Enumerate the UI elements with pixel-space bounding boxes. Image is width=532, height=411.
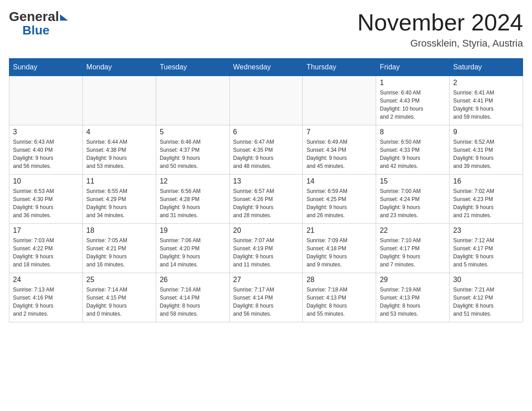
day-number: 29 (380, 276, 446, 284)
day-number: 4 (86, 128, 152, 136)
calendar-cell: 18Sunrise: 7:05 AM Sunset: 4:21 PM Dayli… (82, 224, 156, 273)
day-info: Sunrise: 6:55 AM Sunset: 4:29 PM Dayligh… (86, 187, 152, 219)
calendar-cell: 20Sunrise: 7:07 AM Sunset: 4:19 PM Dayli… (229, 224, 303, 273)
day-number: 9 (453, 128, 519, 136)
day-number: 24 (13, 276, 79, 284)
logo: General Blue (9, 9, 68, 37)
day-info: Sunrise: 7:18 AM Sunset: 4:13 PM Dayligh… (306, 286, 372, 318)
calendar-cell: 19Sunrise: 7:06 AM Sunset: 4:20 PM Dayli… (156, 224, 229, 273)
day-number: 23 (453, 227, 519, 235)
calendar-cell: 13Sunrise: 6:57 AM Sunset: 4:26 PM Dayli… (229, 175, 303, 224)
day-info: Sunrise: 7:05 AM Sunset: 4:21 PM Dayligh… (86, 236, 152, 269)
day-info: Sunrise: 6:47 AM Sunset: 4:35 PM Dayligh… (233, 138, 299, 170)
day-info: Sunrise: 7:16 AM Sunset: 4:14 PM Dayligh… (160, 286, 226, 318)
day-info: Sunrise: 6:53 AM Sunset: 4:30 PM Dayligh… (13, 187, 79, 219)
logo-general-text: General (9, 9, 59, 24)
day-number: 13 (233, 177, 299, 185)
day-info: Sunrise: 6:44 AM Sunset: 4:38 PM Dayligh… (86, 138, 152, 170)
day-info: Sunrise: 7:06 AM Sunset: 4:20 PM Dayligh… (160, 236, 226, 269)
calendar-cell: 17Sunrise: 7:03 AM Sunset: 4:22 PM Dayli… (9, 224, 83, 273)
day-info: Sunrise: 7:12 AM Sunset: 4:17 PM Dayligh… (453, 236, 519, 269)
calendar-cell: 3Sunrise: 6:43 AM Sunset: 4:40 PM Daylig… (9, 125, 83, 175)
day-number: 17 (13, 227, 79, 235)
calendar-cell: 26Sunrise: 7:16 AM Sunset: 4:14 PM Dayli… (156, 273, 229, 322)
day-info: Sunrise: 7:03 AM Sunset: 4:22 PM Dayligh… (13, 236, 79, 269)
day-info: Sunrise: 6:46 AM Sunset: 4:37 PM Dayligh… (160, 138, 226, 170)
day-info: Sunrise: 6:49 AM Sunset: 4:34 PM Dayligh… (306, 138, 372, 170)
calendar-cell: 16Sunrise: 7:02 AM Sunset: 4:23 PM Dayli… (450, 175, 523, 224)
header-day-thursday: Thursday (303, 59, 376, 76)
calendar-cell (9, 76, 83, 125)
calendar-cell: 29Sunrise: 7:19 AM Sunset: 4:13 PM Dayli… (376, 273, 450, 322)
day-number: 18 (86, 227, 152, 235)
day-number: 21 (306, 227, 372, 235)
calendar-cell: 8Sunrise: 6:50 AM Sunset: 4:33 PM Daylig… (376, 125, 450, 175)
day-number: 26 (160, 276, 226, 284)
day-number: 16 (453, 177, 519, 185)
day-number: 2 (453, 79, 519, 87)
day-number: 1 (380, 79, 446, 87)
calendar-body: 1Sunrise: 6:40 AM Sunset: 4:43 PM Daylig… (9, 76, 523, 322)
day-info: Sunrise: 7:17 AM Sunset: 4:14 PM Dayligh… (233, 286, 299, 318)
logo-arrow-icon (60, 14, 68, 21)
week-row-4: 17Sunrise: 7:03 AM Sunset: 4:22 PM Dayli… (9, 224, 523, 273)
header-day-sunday: Sunday (9, 59, 83, 76)
calendar-cell (229, 76, 303, 125)
day-info: Sunrise: 7:19 AM Sunset: 4:13 PM Dayligh… (380, 286, 446, 318)
logo-blue-text: Blue (22, 23, 50, 37)
day-info: Sunrise: 6:43 AM Sunset: 4:40 PM Dayligh… (13, 138, 79, 170)
calendar-cell: 11Sunrise: 6:55 AM Sunset: 4:29 PM Dayli… (82, 175, 156, 224)
day-number: 12 (160, 177, 226, 185)
calendar-cell: 10Sunrise: 6:53 AM Sunset: 4:30 PM Dayli… (9, 175, 83, 224)
calendar-cell: 1Sunrise: 6:40 AM Sunset: 4:43 PM Daylig… (376, 76, 450, 125)
day-info: Sunrise: 6:50 AM Sunset: 4:33 PM Dayligh… (380, 138, 446, 170)
calendar-cell: 7Sunrise: 6:49 AM Sunset: 4:34 PM Daylig… (303, 125, 376, 175)
day-info: Sunrise: 7:07 AM Sunset: 4:19 PM Dayligh… (233, 236, 299, 269)
week-row-2: 3Sunrise: 6:43 AM Sunset: 4:40 PM Daylig… (9, 125, 523, 175)
page-header: General Blue November 2024 Grossklein, S… (9, 9, 523, 49)
calendar-cell: 21Sunrise: 7:09 AM Sunset: 4:18 PM Dayli… (303, 224, 376, 273)
day-info: Sunrise: 7:09 AM Sunset: 4:18 PM Dayligh… (306, 236, 372, 269)
day-info: Sunrise: 6:57 AM Sunset: 4:26 PM Dayligh… (233, 187, 299, 219)
day-info: Sunrise: 6:52 AM Sunset: 4:31 PM Dayligh… (453, 138, 519, 170)
calendar-cell: 23Sunrise: 7:12 AM Sunset: 4:17 PM Dayli… (450, 224, 523, 273)
calendar-cell: 2Sunrise: 6:41 AM Sunset: 4:41 PM Daylig… (450, 76, 523, 125)
calendar-cell: 6Sunrise: 6:47 AM Sunset: 4:35 PM Daylig… (229, 125, 303, 175)
calendar-cell: 28Sunrise: 7:18 AM Sunset: 4:13 PM Dayli… (303, 273, 376, 322)
calendar-cell: 27Sunrise: 7:17 AM Sunset: 4:14 PM Dayli… (229, 273, 303, 322)
calendar-cell (82, 76, 156, 125)
title-block: November 2024 Grossklein, Styria, Austri… (357, 9, 523, 49)
header-day-friday: Friday (376, 59, 450, 76)
day-number: 5 (160, 128, 226, 136)
day-info: Sunrise: 6:40 AM Sunset: 4:43 PM Dayligh… (380, 89, 446, 121)
day-info: Sunrise: 6:56 AM Sunset: 4:28 PM Dayligh… (160, 187, 226, 219)
calendar-cell: 25Sunrise: 7:14 AM Sunset: 4:15 PM Dayli… (82, 273, 156, 322)
day-number: 11 (86, 177, 152, 185)
calendar-cell: 22Sunrise: 7:10 AM Sunset: 4:17 PM Dayli… (376, 224, 450, 273)
day-number: 10 (13, 177, 79, 185)
day-number: 22 (380, 227, 446, 235)
day-number: 20 (233, 227, 299, 235)
day-number: 7 (306, 128, 372, 136)
day-info: Sunrise: 6:59 AM Sunset: 4:25 PM Dayligh… (306, 187, 372, 219)
calendar-cell: 14Sunrise: 6:59 AM Sunset: 4:25 PM Dayli… (303, 175, 376, 224)
day-info: Sunrise: 7:00 AM Sunset: 4:24 PM Dayligh… (380, 187, 446, 219)
calendar-table: SundayMondayTuesdayWednesdayThursdayFrid… (9, 58, 523, 322)
calendar-cell: 30Sunrise: 7:21 AM Sunset: 4:12 PM Dayli… (450, 273, 523, 322)
day-number: 30 (453, 276, 519, 284)
day-info: Sunrise: 7:13 AM Sunset: 4:16 PM Dayligh… (13, 286, 79, 318)
calendar-header: SundayMondayTuesdayWednesdayThursdayFrid… (9, 59, 523, 76)
week-row-5: 24Sunrise: 7:13 AM Sunset: 4:16 PM Dayli… (9, 273, 523, 322)
day-number: 19 (160, 227, 226, 235)
header-day-tuesday: Tuesday (156, 59, 229, 76)
calendar-cell (156, 76, 229, 125)
calendar-cell: 12Sunrise: 6:56 AM Sunset: 4:28 PM Dayli… (156, 175, 229, 224)
header-day-monday: Monday (82, 59, 156, 76)
location-subtitle: Grossklein, Styria, Austria (357, 38, 523, 49)
calendar-cell: 9Sunrise: 6:52 AM Sunset: 4:31 PM Daylig… (450, 125, 523, 175)
calendar-cell (303, 76, 376, 125)
header-day-wednesday: Wednesday (229, 59, 303, 76)
day-info: Sunrise: 6:41 AM Sunset: 4:41 PM Dayligh… (453, 89, 519, 121)
day-info: Sunrise: 7:10 AM Sunset: 4:17 PM Dayligh… (380, 236, 446, 269)
day-number: 3 (13, 128, 79, 136)
